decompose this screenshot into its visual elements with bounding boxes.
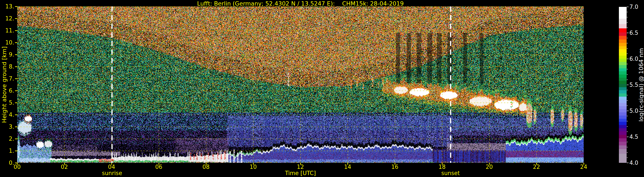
- y-tick-12.: [15, 18, 17, 19]
- colorbar-segment-28: [619, 109, 626, 112]
- y-tick-2.: [15, 138, 17, 139]
- y-tick-9.: [15, 54, 17, 55]
- colorbar-segment-0: [619, 7, 626, 19]
- colorbar-tick-5.7: [627, 74, 628, 75]
- colorbar-tick-6.6: [627, 28, 628, 28]
- colorbar-tick-5.2: [627, 100, 628, 101]
- x-tick-label-22: 22: [528, 164, 545, 170]
- colorbar-segment-37: [619, 138, 626, 142]
- y-tick-7.: [15, 78, 17, 79]
- y-tick-label-8.: 8.: [0, 63, 14, 70]
- colorbar-segment-13: [619, 62, 626, 65]
- colorbar-tick-5.4: [627, 90, 628, 90]
- y-tick-5.: [15, 102, 17, 103]
- colorbar-tick-4.1: [627, 157, 628, 158]
- y-tick-label-6.: 6.: [0, 87, 14, 94]
- colorbar-segment-15: [619, 68, 626, 72]
- y-tick-3.: [15, 126, 17, 127]
- colorbar-segment-26: [619, 103, 626, 106]
- colorbar-segment-34: [619, 128, 626, 131]
- x-tick-label-08: 08: [198, 164, 214, 170]
- colorbar-tick-6.0: [627, 59, 628, 59]
- colorbar-segment-11: [619, 56, 626, 59]
- colorbar-segment-22: [619, 90, 626, 93]
- colorbar-segment-27: [619, 106, 626, 109]
- colorbar-segment-5: [619, 36, 626, 39]
- colorbar-tick-5.3: [627, 95, 628, 95]
- colorbar-segment-14: [619, 65, 626, 68]
- x-tick-label-04: 04: [103, 164, 120, 170]
- colorbar-tick-4.9: [627, 116, 628, 116]
- x-tick-label-24: 24: [575, 164, 592, 170]
- y-tick-label-3.: 3.: [0, 123, 14, 130]
- colorbar-segment-17: [619, 75, 626, 78]
- colorbar-segment-23: [619, 93, 626, 97]
- y-tick-label-4.: 4.: [0, 111, 14, 118]
- colorbar-tick-6.5: [627, 33, 628, 33]
- colorbar-tick-5.8: [627, 69, 628, 69]
- colorbar-segment-6: [619, 40, 626, 43]
- y-tick-label-2.: 2.: [0, 135, 14, 142]
- colorbar-tick-label-4.0: 4.0: [630, 159, 639, 166]
- colorbar-segment-32: [619, 122, 626, 125]
- colorbar-tick-6.4: [627, 38, 628, 38]
- colorbar-segment-8: [619, 46, 626, 49]
- colorbar-tick-4.2: [627, 152, 628, 153]
- colorbar-tick-5.6: [627, 79, 628, 80]
- x-tick-label-00: 00: [8, 164, 26, 170]
- y-tick-1.: [15, 150, 17, 151]
- y-tick-4.: [15, 114, 17, 115]
- ceilometer-quicklook-figure: Lufft: Berlin (Germany; 52.4302 N / 13.5…: [0, 0, 644, 177]
- x-tick-label-02: 02: [56, 164, 73, 170]
- y-tick-label-12.: 12.: [0, 15, 14, 22]
- colorbar-tick-label-6.0: 6.0: [630, 55, 639, 62]
- colorbar-tick-5.0: [627, 111, 628, 111]
- colorbar-segment-30: [619, 116, 626, 119]
- colorbar-segment-2: [619, 24, 626, 28]
- colorbar-tick-4.6: [627, 131, 628, 132]
- colorbar-tick-5.1: [627, 105, 628, 106]
- colorbar-segment-36: [619, 135, 626, 138]
- colorbar-segment-40: [619, 149, 626, 153]
- y-tick-label-5.: 5.: [0, 99, 14, 106]
- colorbar-segment-1: [619, 19, 626, 24]
- colorbar-tick-6.8: [627, 17, 628, 17]
- colorbar-segment-7: [619, 43, 626, 46]
- x-tick-label-16: 16: [386, 164, 404, 170]
- y-tick-label-9.: 9.: [0, 51, 14, 58]
- y-tick-10.: [15, 42, 17, 43]
- x-tick-label-10: 10: [245, 164, 262, 170]
- colorbar-segment-9: [619, 49, 626, 52]
- y-tick-label-1.: 1.: [0, 147, 14, 154]
- colorbar-tick-4.0: [627, 163, 628, 163]
- y-tick-label-11.: 11.: [0, 27, 14, 34]
- colorbar-segment-35: [619, 131, 626, 135]
- colorbar-segment-25: [619, 100, 626, 103]
- colorbar: [619, 7, 626, 163]
- colorbar-segment-21: [619, 87, 626, 90]
- y-tick-label-13.: 13.: [0, 3, 14, 10]
- colorbar-tick-5.9: [627, 64, 628, 64]
- y-tick-8.: [15, 66, 17, 67]
- colorbar-tick-4.7: [627, 126, 628, 127]
- colorbar-segment-4: [619, 33, 626, 36]
- colorbar-segment-39: [619, 145, 626, 149]
- colorbar-segment-10: [619, 52, 626, 56]
- colorbar-tick-6.9: [627, 12, 628, 12]
- colorbar-tick-4.5: [627, 137, 628, 137]
- colorbar-segment-31: [619, 119, 626, 122]
- colorbar-segment-19: [619, 81, 626, 84]
- colorbar-tick-label-5.5: 5.5: [630, 81, 639, 88]
- colorbar-tick-label-6.5: 6.5: [630, 30, 639, 36]
- sunrise-label: sunrise: [93, 170, 131, 176]
- sunset-label: sunset: [431, 170, 470, 176]
- colorbar-segment-3: [619, 28, 626, 33]
- colorbar-tick-label-5.0: 5.0: [630, 107, 639, 114]
- chart-title: Lufft: Berlin (Germany; 52.4302 N / 13.5…: [17, 0, 584, 7]
- y-tick-11.: [15, 30, 17, 31]
- colorbar-tick-4.4: [627, 142, 628, 142]
- colorbar-segment-12: [619, 59, 626, 62]
- y-tick-label-7.: 7.: [0, 75, 14, 82]
- y-tick-label-10.: 10.: [0, 39, 14, 46]
- colorbar-tick-7.0: [627, 7, 628, 7]
